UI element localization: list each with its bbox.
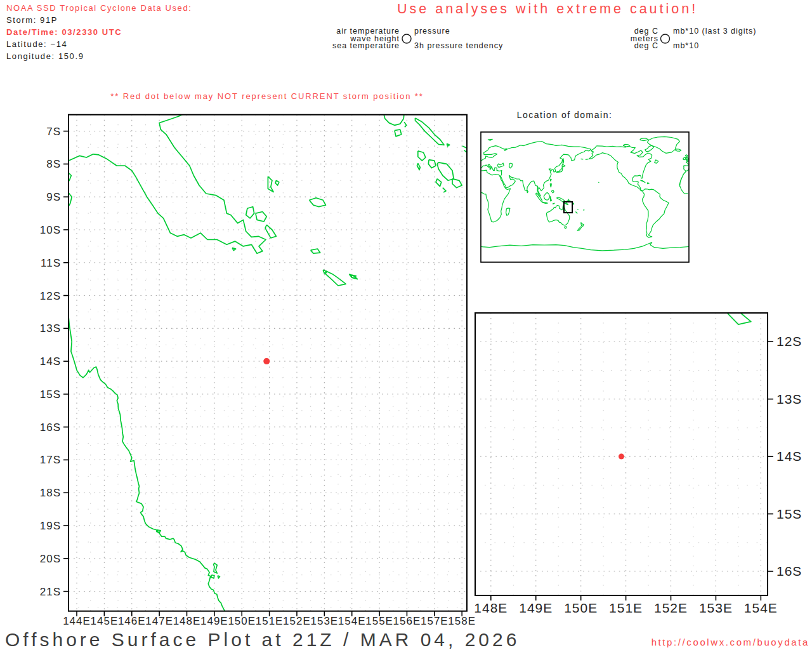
y-axis-label: 8S	[46, 158, 61, 170]
plot-canvas: NOAA SSD Tropical Cyclone Data Used: Sto…	[0, 0, 812, 650]
storm-info-longitude: Longitude: 150.9	[6, 51, 84, 61]
storm-info-block: NOAA SSD Tropical Cyclone Data Used: Sto…	[6, 3, 192, 61]
y-axis-label: 13S	[40, 322, 61, 335]
y-axis-label: 12S	[40, 290, 61, 302]
axis-ticks-labels: 148E149E150E151E152E153E154E12S13S14S15S…	[474, 334, 802, 615]
legend-pressure: pressure	[414, 27, 450, 36]
x-axis-label: 156E	[393, 615, 421, 627]
source-url-link[interactable]: http://coolwx.com/buoydata	[652, 637, 809, 647]
map-frame	[481, 132, 689, 262]
y-axis-label: 15S	[40, 388, 61, 401]
station-circle-icon	[402, 34, 411, 43]
storm-info-id: Storm: 91P	[6, 15, 58, 25]
station-model-legend: air temperature wave height sea temperat…	[332, 27, 503, 50]
x-axis-label: 148E	[173, 615, 201, 627]
units-circle-icon	[661, 34, 670, 43]
y-axis-label: 14S	[776, 449, 802, 463]
y-axis-label: 10S	[40, 224, 61, 236]
x-axis-label: 151E	[609, 600, 643, 615]
world-inset-title: Location of domain:	[517, 110, 613, 120]
axis-ticks-labels: 144E145E146E147E148E149E150E151E152E153E…	[40, 126, 476, 627]
y-axis-label: 15S	[776, 507, 802, 521]
y-axis-label: 9S	[46, 191, 61, 203]
y-axis-label: 16S	[776, 564, 802, 578]
y-axis-label: 21S	[40, 586, 61, 598]
y-axis-label: 18S	[40, 487, 61, 499]
legend-sea-temperature: sea temperature	[332, 41, 400, 50]
page-title: Offshore Surface Plot at 21Z / MAR 04, 2…	[5, 629, 520, 650]
coastline	[481, 136, 689, 250]
y-axis-label: 14S	[40, 355, 61, 368]
x-axis-label: 146E	[118, 615, 146, 627]
x-axis-label: 152E	[283, 615, 311, 627]
x-axis-label: 147E	[145, 615, 173, 627]
y-axis-label: 13S	[776, 392, 802, 406]
y-axis-label: 20S	[40, 553, 61, 565]
units-legend: deg C meters deg C mb*10 (last 3 digits)…	[631, 27, 757, 50]
x-axis-label: 151E	[256, 615, 284, 627]
x-axis-label: 154E	[338, 615, 366, 627]
storm-info-datetime: Date/Time: 03/2330 UTC	[6, 27, 122, 37]
x-axis-label: 153E	[699, 600, 733, 615]
y-axis-label: 16S	[40, 421, 61, 434]
storm-position-dot	[619, 454, 624, 460]
legend-unit-mb10: mb*10	[673, 41, 699, 50]
world-locator-map	[481, 132, 689, 262]
x-axis-label: 149E	[200, 615, 228, 627]
storm-info-latitude: Latitude: −14	[6, 39, 67, 49]
legend-pressure-tendency: 3h pressure tendency	[414, 41, 503, 50]
x-axis-label: 157E	[421, 615, 449, 627]
x-axis-label: 155E	[365, 615, 393, 627]
x-axis-label: 154E	[744, 600, 778, 615]
legend-unit-mb10-digits: mb*10 (last 3 digits)	[673, 27, 756, 36]
main-map: 144E145E146E147E148E149E150E151E152E153E…	[40, 113, 476, 627]
y-axis-label: 12S	[776, 334, 802, 348]
x-axis-label: 150E	[228, 615, 256, 627]
storm-position-dot	[263, 358, 270, 364]
legend-unit-degc-bottom: deg C	[634, 41, 658, 50]
x-axis-label: 144E	[63, 615, 91, 627]
x-axis-label: 148E	[474, 600, 508, 615]
caution-banner: Use analyses with extreme caution!	[397, 1, 698, 17]
storm-position-warning: ** Red dot below may NOT represent CURRE…	[110, 91, 424, 101]
x-axis-label: 153E	[310, 615, 338, 627]
x-axis-label: 150E	[564, 600, 598, 615]
x-axis-label: 152E	[654, 600, 688, 615]
y-axis-label: 7S	[46, 126, 61, 138]
buoy-plot-page: NOAA SSD Tropical Cyclone Data Used: Sto…	[0, 0, 812, 650]
y-axis-label: 19S	[40, 520, 61, 532]
x-axis-label: 145E	[91, 615, 119, 627]
storm-info-source: NOAA SSD Tropical Cyclone Data Used:	[6, 3, 192, 13]
x-axis-label: 149E	[519, 600, 553, 615]
y-axis-label: 17S	[40, 454, 61, 466]
y-axis-label: 11S	[41, 257, 61, 269]
x-axis-label: 158E	[448, 615, 476, 627]
